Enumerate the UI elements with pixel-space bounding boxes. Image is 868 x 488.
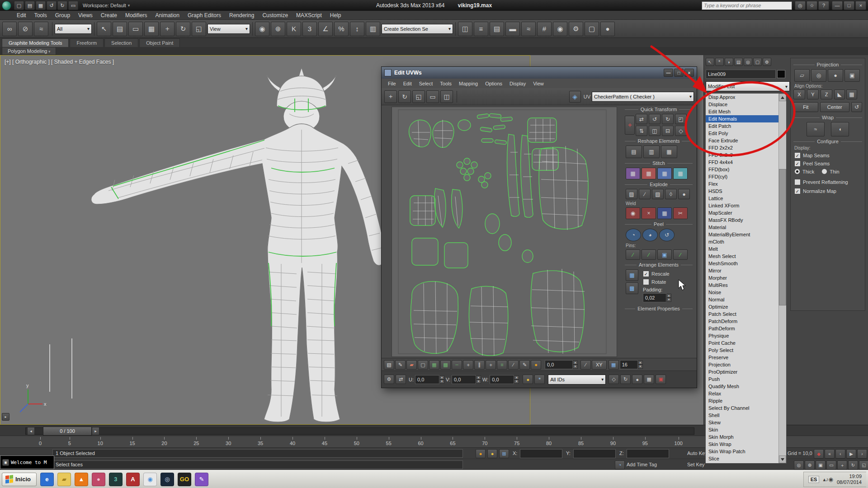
modifier-preserve[interactable]: Preserve (706, 354, 778, 361)
menu-create[interactable]: Create (97, 11, 121, 19)
selection-filter-combo[interactable]: All (55, 24, 92, 34)
pin-add-icon[interactable]: ∕ (642, 249, 656, 260)
stitch-header[interactable]: Stitch (625, 160, 693, 166)
align-to-view-icon[interactable]: ▦ (846, 89, 857, 99)
uvw-menu-options[interactable]: Options (481, 80, 506, 87)
align-axis-button-x[interactable]: X (793, 89, 805, 99)
modifier-projection[interactable]: Projection (706, 361, 778, 368)
prompt-bulb-icon[interactable]: ● (476, 449, 486, 458)
add-time-tag-button[interactable]: Add Time Tag (627, 460, 657, 469)
menu-modifiers[interactable]: Modifiers (121, 11, 151, 19)
spinner-snap-icon[interactable]: ↕ (350, 22, 364, 36)
projection-header[interactable]: Projection (793, 62, 862, 67)
pan-icon[interactable]: ＋ (837, 460, 847, 470)
modifier-point-cache[interactable]: Point Cache (706, 339, 778, 347)
modifier-multires[interactable]: MultiRes (706, 282, 778, 289)
menu-graph-editors[interactable]: Graph Editors (184, 11, 225, 19)
project-folder-icon[interactable]: ▭ (68, 1, 78, 10)
relax-until-flat-icon[interactable]: ▤ (626, 145, 642, 158)
configure-header[interactable]: Configure (793, 139, 862, 144)
select-manipulate-icon[interactable]: ⊕ (271, 22, 285, 36)
uv-freeform-icon[interactable]: ▭ (426, 90, 439, 103)
uv-scale-icon[interactable]: ◱ (412, 90, 425, 103)
pack-together-icon[interactable]: ▦ (626, 269, 638, 281)
notification-icon[interactable]: ◉ (828, 476, 833, 483)
maximize-viewport-icon[interactable]: ◱ (859, 460, 868, 470)
modifier-skin-wrap-patch[interactable]: Skin Wrap Patch (706, 448, 778, 455)
set-key-button[interactable]: Set Key (687, 460, 705, 469)
uvw-menu-select[interactable]: Select (415, 80, 437, 87)
ribbon-toggle-icon[interactable]: ▬ (505, 22, 520, 36)
flatten-by-smoothing-icon[interactable]: ▧ (652, 189, 664, 199)
uv-axis-button[interactable]: XY (592, 360, 607, 370)
thin-radio[interactable] (821, 169, 827, 174)
select-by-name-icon[interactable]: ▤ (113, 22, 127, 36)
modifier-edit-normals[interactable]: Edit Normals (706, 115, 778, 122)
qt-align-h-icon[interactable]: ◫ (649, 126, 660, 136)
modifier-lattice[interactable]: Lattice (706, 195, 778, 202)
flatten-by-angle-icon[interactable]: ∕ (639, 189, 651, 199)
uv-loop-icon[interactable]: ≡ (497, 360, 507, 370)
menu-edit[interactable]: Edit (13, 11, 30, 19)
modifier-physique[interactable]: Physique (706, 332, 778, 339)
edit-uvws-titlebar[interactable]: Edit UVWs —□× (382, 67, 697, 79)
maximize-icon[interactable]: □ (844, 1, 854, 10)
modifier-select-by-channel[interactable]: Select By Channel (706, 404, 778, 412)
wrap-header[interactable]: Wrap (793, 115, 862, 120)
snap-toggle-icon[interactable]: 3 (302, 22, 317, 36)
pack-normalize-icon[interactable]: ▩ (626, 282, 638, 294)
bind-spacewarp-icon[interactable]: ≈ (34, 22, 48, 36)
thick-radio[interactable] (794, 169, 800, 174)
uvw-menu-mapping[interactable]: Mapping (455, 80, 481, 87)
modifier-ffd-3x3x3[interactable]: FFD 3x3x3 (706, 151, 778, 159)
u-field[interactable]: 0,0 (415, 375, 439, 384)
menu-customize[interactable]: Customize (258, 11, 292, 19)
modifier-ffd-4x4x4[interactable]: FFD 4x4x4 (706, 159, 778, 166)
menu-help[interactable]: Help (326, 11, 345, 19)
stitch-to-average-icon[interactable]: ▦ (657, 168, 672, 179)
explode-header[interactable]: Explode (625, 182, 693, 187)
box-map-icon[interactable]: ▣ (844, 69, 860, 82)
select-scale-icon[interactable]: ◱ (192, 22, 206, 36)
select-rotate-icon[interactable]: ↻ (176, 22, 190, 36)
uvw-menu-view[interactable]: View (529, 80, 547, 87)
rescale-checkbox[interactable] (643, 271, 649, 277)
uv-freeze-icon[interactable]: ＊ (534, 375, 545, 384)
help-icon[interactable]: ? (818, 1, 829, 10)
modifier-disp-approx[interactable]: Disp Approx (706, 94, 778, 101)
modifier-list-combo[interactable]: Modifier List (706, 81, 790, 91)
uvw-minimize-icon[interactable]: — (664, 69, 673, 77)
reshape-elements-header[interactable]: Reshape Elements (625, 138, 693, 144)
steam-icon[interactable]: ◎ (160, 473, 174, 486)
modifier-ffd-cyl[interactable]: FFD(cyl) (706, 173, 778, 180)
uv-grid-blue-icon[interactable]: ▦ (609, 360, 619, 370)
qt-move-v-icon[interactable]: ⇅ (636, 126, 647, 136)
utilities-tab-icon[interactable]: ⚙ (763, 58, 771, 66)
y-coord-field[interactable] (573, 449, 616, 458)
modifier-ripple[interactable]: Ripple (706, 397, 778, 404)
coord-system-combo[interactable]: View (208, 24, 250, 34)
uv-value-spinner[interactable]: ▲▼ (573, 361, 578, 369)
create-tab-icon[interactable]: ＊ (715, 58, 724, 66)
auto-key-button[interactable]: Auto Key (687, 449, 708, 458)
scroll-up-icon[interactable] (779, 94, 786, 101)
modifier-linked-xform[interactable]: Linked XForm (706, 202, 778, 209)
select-object-icon[interactable]: ↖ (97, 22, 111, 36)
uv-mirror-icon[interactable]: ◫ (440, 90, 453, 103)
uv-grid-toggle-icon[interactable]: ▦ (644, 375, 654, 384)
qt-scale-icon[interactable]: ◰ (675, 114, 687, 124)
modifier-mesh-select[interactable]: Mesh Select (706, 253, 778, 260)
explode-detach-icon[interactable]: ● (678, 189, 690, 199)
menu-views[interactable]: Views (74, 11, 97, 19)
normalize-map-checkbox[interactable] (794, 188, 801, 194)
straighten-selection-icon[interactable]: ▦ (661, 145, 677, 158)
undo-icon[interactable]: ↺ (47, 1, 57, 10)
quick-transform-plus-icon[interactable]: ＋ (625, 116, 635, 135)
uv-orbit-icon[interactable]: ↻ (620, 375, 631, 384)
search-input[interactable] (702, 1, 792, 10)
percent-snap-icon[interactable]: % (334, 22, 349, 36)
modifier-shell[interactable]: Shell (706, 412, 778, 419)
adobe-icon[interactable]: A (126, 473, 140, 486)
render-setup-icon[interactable]: ⚙ (569, 22, 583, 36)
select-move-icon[interactable]: ＋ (160, 22, 175, 36)
